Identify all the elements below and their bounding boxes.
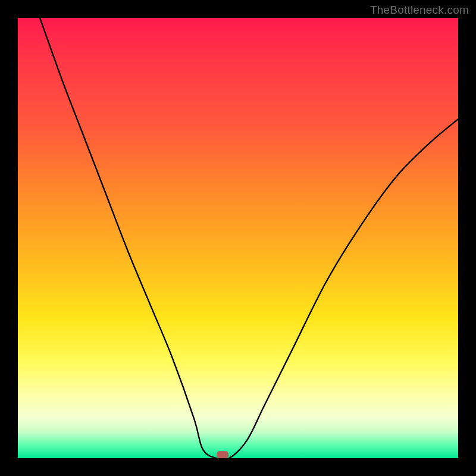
bottleneck-curve [40, 18, 458, 458]
minimum-marker [217, 451, 228, 458]
curve-svg [18, 18, 458, 458]
plot-area [18, 18, 458, 458]
watermark-text: TheBottleneck.com [370, 4, 469, 17]
chart-frame: TheBottleneck.com [0, 0, 476, 476]
